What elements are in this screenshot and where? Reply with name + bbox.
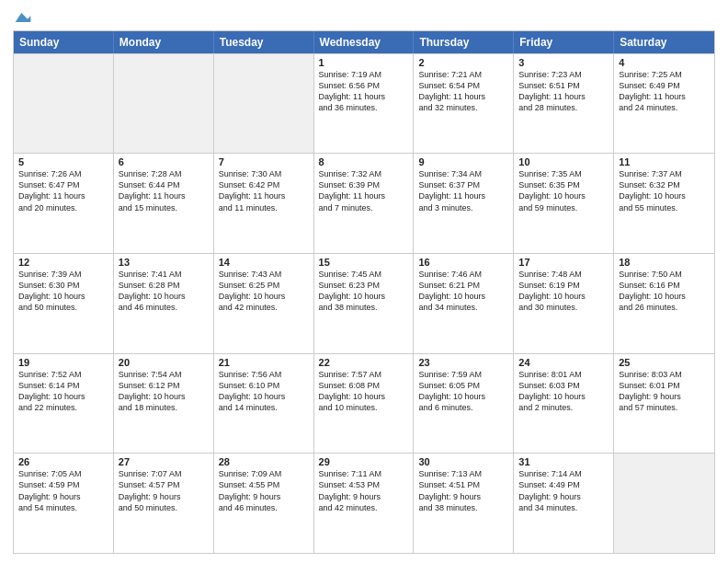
day-number: 31 bbox=[518, 456, 609, 467]
day-8: 8Sunrise: 7:32 AM Sunset: 6:39 PM Daylig… bbox=[314, 154, 415, 253]
day-number: 19 bbox=[18, 357, 108, 368]
day-20: 20Sunrise: 7:54 AM Sunset: 6:12 PM Dayli… bbox=[114, 354, 214, 454]
day-number: 27 bbox=[119, 456, 209, 467]
day-15: 15Sunrise: 7:45 AM Sunset: 6:23 PM Dayli… bbox=[314, 254, 415, 353]
day-25: 25Sunrise: 8:03 AM Sunset: 6:01 PM Dayli… bbox=[614, 354, 714, 454]
header bbox=[13, 9, 715, 25]
day-14: 14Sunrise: 7:43 AM Sunset: 6:25 PM Dayli… bbox=[214, 254, 314, 353]
day-number: 22 bbox=[319, 357, 409, 368]
day-28: 28Sunrise: 7:09 AM Sunset: 4:55 PM Dayli… bbox=[214, 454, 314, 553]
day-19: 19Sunrise: 7:52 AM Sunset: 6:14 PM Dayli… bbox=[14, 354, 114, 454]
day-29: 29Sunrise: 7:11 AM Sunset: 4:53 PM Dayli… bbox=[314, 454, 415, 553]
page: SundayMondayTuesdayWednesdayThursdayFrid… bbox=[0, 0, 728, 563]
day-number: 12 bbox=[18, 257, 108, 268]
day-23: 23Sunrise: 7:59 AM Sunset: 6:05 PM Dayli… bbox=[414, 354, 514, 454]
day-16: 16Sunrise: 7:46 AM Sunset: 6:21 PM Dayli… bbox=[414, 254, 514, 353]
calendar-header: SundayMondayTuesdayWednesdayThursdayFrid… bbox=[14, 31, 714, 53]
day-info: Sunrise: 7:34 AM Sunset: 6:37 PM Dayligh… bbox=[418, 168, 508, 213]
empty-cell bbox=[614, 454, 714, 553]
day-number: 25 bbox=[619, 357, 710, 368]
calendar-row-2: 12Sunrise: 7:39 AM Sunset: 6:30 PM Dayli… bbox=[14, 253, 714, 353]
logo bbox=[13, 9, 31, 25]
logo-text bbox=[13, 9, 31, 25]
day-number: 18 bbox=[619, 257, 710, 268]
header-day-monday: Monday bbox=[114, 31, 214, 53]
day-number: 30 bbox=[418, 456, 508, 467]
day-info: Sunrise: 7:26 AM Sunset: 6:47 PM Dayligh… bbox=[18, 168, 108, 213]
calendar-body: 1Sunrise: 7:19 AM Sunset: 6:56 PM Daylig… bbox=[14, 53, 714, 554]
header-day-thursday: Thursday bbox=[414, 31, 514, 53]
day-info: Sunrise: 8:01 AM Sunset: 6:03 PM Dayligh… bbox=[518, 369, 609, 414]
day-number: 2 bbox=[418, 57, 508, 68]
day-26: 26Sunrise: 7:05 AM Sunset: 4:59 PM Dayli… bbox=[14, 454, 114, 553]
day-6: 6Sunrise: 7:28 AM Sunset: 6:44 PM Daylig… bbox=[114, 154, 214, 253]
day-info: Sunrise: 7:25 AM Sunset: 6:49 PM Dayligh… bbox=[619, 69, 710, 114]
day-info: Sunrise: 7:14 AM Sunset: 4:49 PM Dayligh… bbox=[518, 468, 609, 513]
day-number: 26 bbox=[18, 456, 108, 467]
day-info: Sunrise: 7:56 AM Sunset: 6:10 PM Dayligh… bbox=[219, 369, 309, 414]
day-11: 11Sunrise: 7:37 AM Sunset: 6:32 PM Dayli… bbox=[614, 154, 714, 253]
day-info: Sunrise: 7:11 AM Sunset: 4:53 PM Dayligh… bbox=[319, 468, 409, 513]
day-info: Sunrise: 7:46 AM Sunset: 6:21 PM Dayligh… bbox=[418, 269, 508, 314]
day-number: 11 bbox=[619, 156, 710, 167]
day-number: 10 bbox=[518, 156, 609, 167]
day-info: Sunrise: 7:37 AM Sunset: 6:32 PM Dayligh… bbox=[619, 168, 710, 213]
day-number: 14 bbox=[219, 257, 309, 268]
header-day-friday: Friday bbox=[514, 31, 614, 53]
calendar-row-0: 1Sunrise: 7:19 AM Sunset: 6:56 PM Daylig… bbox=[14, 53, 714, 154]
header-day-saturday: Saturday bbox=[614, 31, 714, 53]
day-number: 1 bbox=[319, 57, 409, 68]
day-number: 16 bbox=[418, 257, 508, 268]
day-info: Sunrise: 7:52 AM Sunset: 6:14 PM Dayligh… bbox=[18, 369, 108, 414]
day-number: 24 bbox=[518, 357, 609, 368]
day-22: 22Sunrise: 7:57 AM Sunset: 6:08 PM Dayli… bbox=[314, 354, 415, 454]
day-12: 12Sunrise: 7:39 AM Sunset: 6:30 PM Dayli… bbox=[14, 254, 114, 353]
day-number: 13 bbox=[119, 257, 209, 268]
day-info: Sunrise: 7:35 AM Sunset: 6:35 PM Dayligh… bbox=[518, 168, 609, 213]
day-24: 24Sunrise: 8:01 AM Sunset: 6:03 PM Dayli… bbox=[514, 354, 614, 454]
calendar-row-1: 5Sunrise: 7:26 AM Sunset: 6:47 PM Daylig… bbox=[14, 153, 714, 253]
day-info: Sunrise: 7:48 AM Sunset: 6:19 PM Dayligh… bbox=[518, 269, 609, 314]
day-17: 17Sunrise: 7:48 AM Sunset: 6:19 PM Dayli… bbox=[514, 254, 614, 353]
day-info: Sunrise: 7:43 AM Sunset: 6:25 PM Dayligh… bbox=[219, 269, 309, 314]
day-number: 4 bbox=[619, 57, 710, 68]
day-27: 27Sunrise: 7:07 AM Sunset: 4:57 PM Dayli… bbox=[114, 454, 214, 553]
day-info: Sunrise: 7:19 AM Sunset: 6:56 PM Dayligh… bbox=[319, 69, 409, 114]
header-day-sunday: Sunday bbox=[14, 31, 114, 53]
day-info: Sunrise: 7:09 AM Sunset: 4:55 PM Dayligh… bbox=[219, 468, 309, 513]
day-3: 3Sunrise: 7:23 AM Sunset: 6:51 PM Daylig… bbox=[514, 54, 614, 154]
day-5: 5Sunrise: 7:26 AM Sunset: 6:47 PM Daylig… bbox=[14, 154, 114, 253]
day-9: 9Sunrise: 7:34 AM Sunset: 6:37 PM Daylig… bbox=[414, 154, 514, 253]
day-info: Sunrise: 7:57 AM Sunset: 6:08 PM Dayligh… bbox=[319, 369, 409, 414]
day-info: Sunrise: 7:30 AM Sunset: 6:42 PM Dayligh… bbox=[219, 168, 309, 213]
day-info: Sunrise: 7:50 AM Sunset: 6:16 PM Dayligh… bbox=[619, 269, 710, 314]
calendar: SundayMondayTuesdayWednesdayThursdayFrid… bbox=[13, 30, 715, 555]
logo-icon bbox=[15, 13, 31, 22]
day-number: 3 bbox=[518, 57, 609, 68]
day-13: 13Sunrise: 7:41 AM Sunset: 6:28 PM Dayli… bbox=[114, 254, 214, 353]
header-day-tuesday: Tuesday bbox=[214, 31, 314, 53]
day-30: 30Sunrise: 7:13 AM Sunset: 4:51 PM Dayli… bbox=[414, 454, 514, 553]
day-4: 4Sunrise: 7:25 AM Sunset: 6:49 PM Daylig… bbox=[614, 54, 714, 154]
day-info: Sunrise: 7:39 AM Sunset: 6:30 PM Dayligh… bbox=[18, 269, 108, 314]
day-info: Sunrise: 7:23 AM Sunset: 6:51 PM Dayligh… bbox=[518, 69, 609, 114]
day-2: 2Sunrise: 7:21 AM Sunset: 6:54 PM Daylig… bbox=[414, 54, 514, 154]
day-number: 9 bbox=[418, 156, 508, 167]
day-info: Sunrise: 7:07 AM Sunset: 4:57 PM Dayligh… bbox=[119, 468, 209, 513]
day-number: 8 bbox=[319, 156, 409, 167]
day-info: Sunrise: 7:54 AM Sunset: 6:12 PM Dayligh… bbox=[119, 369, 209, 414]
empty-cell bbox=[214, 54, 314, 154]
day-info: Sunrise: 7:45 AM Sunset: 6:23 PM Dayligh… bbox=[319, 269, 409, 314]
calendar-row-3: 19Sunrise: 7:52 AM Sunset: 6:14 PM Dayli… bbox=[14, 353, 714, 454]
day-number: 29 bbox=[319, 456, 409, 467]
calendar-row-4: 26Sunrise: 7:05 AM Sunset: 4:59 PM Dayli… bbox=[14, 453, 714, 553]
day-1: 1Sunrise: 7:19 AM Sunset: 6:56 PM Daylig… bbox=[314, 54, 415, 154]
header-day-wednesday: Wednesday bbox=[314, 31, 415, 53]
day-18: 18Sunrise: 7:50 AM Sunset: 6:16 PM Dayli… bbox=[614, 254, 714, 353]
day-10: 10Sunrise: 7:35 AM Sunset: 6:35 PM Dayli… bbox=[514, 154, 614, 253]
day-info: Sunrise: 7:59 AM Sunset: 6:05 PM Dayligh… bbox=[418, 369, 508, 414]
day-number: 7 bbox=[219, 156, 309, 167]
day-number: 28 bbox=[219, 456, 309, 467]
day-info: Sunrise: 7:05 AM Sunset: 4:59 PM Dayligh… bbox=[18, 468, 108, 513]
empty-cell bbox=[114, 54, 214, 154]
